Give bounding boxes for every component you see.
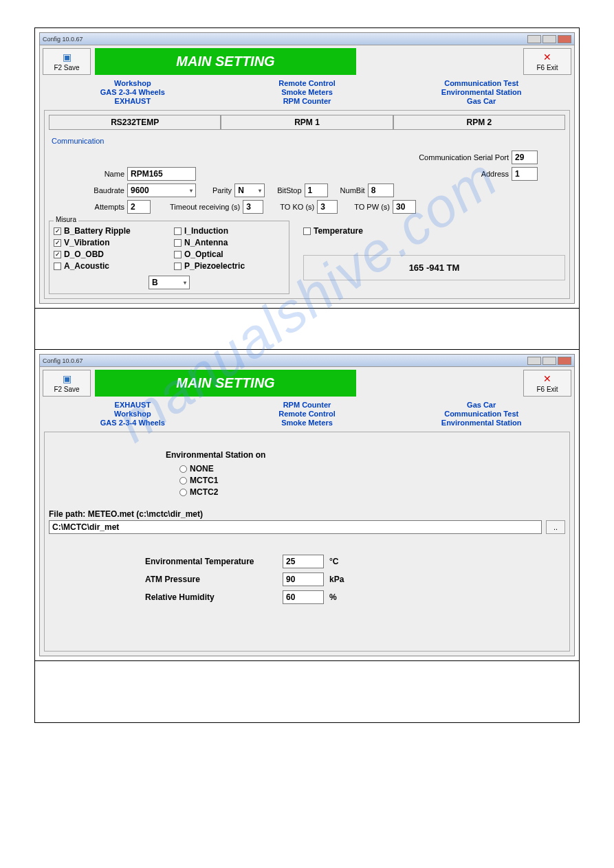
main-panel: RS232TEMP RPM 1 RPM 2 Communication Comm… [44, 110, 570, 299]
chk-acoustic[interactable] [54, 263, 61, 270]
env-temp-input[interactable] [283, 555, 324, 568]
name-label: Name [49, 170, 124, 178]
topw-input[interactable] [393, 200, 416, 214]
temp-box: 165 -941 TM [303, 255, 565, 280]
save-label: F2 Save [54, 386, 79, 393]
tab[interactable]: Communication Test [394, 410, 569, 419]
tab-strip: WorkshopRemote ControlCommunication Test… [40, 78, 574, 106]
maximize-button[interactable] [542, 357, 556, 365]
tab[interactable]: GAS 2-3-4 Wheels [45, 419, 220, 427]
tab[interactable]: Environmental Station [394, 88, 569, 97]
chk-battery[interactable] [54, 227, 61, 235]
subtab-rs232[interactable]: RS232TEMP [49, 115, 221, 130]
close-button[interactable] [558, 357, 571, 365]
minimize-button[interactable] [527, 357, 541, 365]
chk-piezo[interactable] [174, 263, 182, 270]
tab[interactable]: Workshop [45, 79, 220, 88]
misura-legend: Misura [54, 216, 78, 223]
radio-none[interactable] [179, 465, 187, 473]
misura-combo[interactable]: B [149, 276, 190, 289]
titlebar[interactable]: Config 10.0.67 [40, 355, 574, 367]
config-window-1: Config 10.0.67 ▣ F2 Save MAIN SETTING ✕ … [39, 32, 575, 304]
tab[interactable]: Smoke Meters [220, 88, 395, 97]
name-input[interactable] [127, 167, 196, 181]
attempts-input[interactable] [127, 200, 151, 214]
env-temp-label: Environmental Temperature [145, 557, 283, 566]
env-label: Environmental Station on [166, 450, 565, 460]
comm-port-input[interactable] [512, 151, 538, 164]
filepath-label: File path: METEO.met (c:\mctc\dir_met) [49, 509, 565, 519]
humidity-unit: % [329, 592, 337, 602]
browse-button[interactable]: .. [546, 520, 565, 534]
toko-label: TO KO (s) [280, 203, 314, 211]
tab[interactable]: GAS 2-3-4 Wheels [45, 88, 220, 97]
tab[interactable]: EXHAUST [45, 401, 220, 410]
atm-input[interactable] [283, 572, 324, 586]
address-input[interactable] [512, 167, 538, 181]
baud-label: Baudrate [49, 186, 124, 194]
humidity-input[interactable] [283, 590, 324, 604]
env-temp-unit: °C [329, 557, 338, 566]
minimize-button[interactable] [527, 35, 541, 43]
save-button[interactable]: ▣ F2 Save [43, 48, 91, 75]
save-icon: ▣ [63, 373, 72, 384]
tab-strip: EXHAUSTRPM CounterGas Car WorkshopRemote… [40, 399, 574, 427]
numbit-input[interactable] [368, 183, 394, 197]
save-icon: ▣ [63, 52, 72, 63]
tab[interactable]: EXHAUST [45, 97, 220, 106]
bitstop-input[interactable] [305, 183, 328, 197]
exit-label: F6 Exit [536, 64, 558, 71]
tab[interactable]: Environmental Station [394, 419, 569, 427]
atm-label: ATM Pressure [145, 575, 283, 584]
misura-group: Misura B_Battery Ripple V_Vibration D_O_… [49, 221, 289, 294]
chk-temperature[interactable] [303, 227, 311, 235]
chk-antenna[interactable] [174, 239, 182, 247]
parity-combo[interactable]: N [234, 183, 265, 197]
tab[interactable]: Communication Test [394, 79, 569, 88]
chk-induction[interactable] [174, 227, 182, 235]
titlebar[interactable]: Config 10.0.67 [40, 33, 574, 45]
close-button[interactable] [558, 35, 571, 43]
baud-combo[interactable]: 9600 [127, 183, 196, 197]
exit-button[interactable]: ✕ F6 Exit [523, 370, 571, 397]
document-table: Config 10.0.67 ▣ F2 Save MAIN SETTING ✕ … [34, 27, 580, 723]
group-label: Communication [52, 137, 565, 145]
chk-vibration[interactable] [54, 239, 61, 247]
address-label: Address [481, 170, 509, 178]
chk-optical[interactable] [174, 251, 182, 258]
humidity-label: Relative Humidity [145, 592, 283, 602]
maximize-button[interactable] [542, 35, 556, 43]
exit-button[interactable]: ✕ F6 Exit [523, 48, 571, 75]
tab[interactable]: Workshop [45, 410, 220, 419]
tab[interactable]: RPM Counter [220, 97, 395, 106]
filepath-input[interactable] [49, 520, 542, 534]
tab[interactable]: Remote Control [220, 79, 395, 88]
tab[interactable]: Gas Car [394, 401, 569, 410]
close-icon: ✕ [543, 52, 551, 63]
attempts-label: Attempts [49, 203, 124, 211]
save-button[interactable]: ▣ F2 Save [43, 370, 91, 397]
tab[interactable]: RPM Counter [220, 401, 395, 410]
close-icon: ✕ [543, 373, 551, 384]
timeout-label: Timeout receiving (s) [170, 203, 240, 211]
main-panel: Environmental Station on NONE MCTC1 MCTC… [44, 432, 570, 652]
subtab-rpm2[interactable]: RPM 2 [393, 115, 565, 130]
radio-mctc1[interactable] [179, 477, 187, 485]
timeout-input[interactable] [243, 200, 263, 214]
window-title: Config 10.0.67 [43, 36, 83, 43]
tab[interactable]: Smoke Meters [220, 419, 395, 427]
atm-unit: kPa [329, 575, 344, 584]
banner: MAIN SETTING [95, 370, 356, 397]
window-title: Config 10.0.67 [43, 357, 83, 364]
parity-label: Parity [212, 186, 232, 194]
topw-label: TO PW (s) [354, 203, 390, 211]
tab[interactable]: Gas Car [394, 97, 569, 106]
save-label: F2 Save [54, 64, 79, 71]
bitstop-label: BitStop [277, 186, 301, 194]
comm-port-label: Communication Serial Port [419, 153, 509, 162]
toko-input[interactable] [317, 200, 338, 214]
tab[interactable]: Remote Control [220, 410, 395, 419]
chk-obd[interactable] [54, 251, 61, 258]
radio-mctc2[interactable] [179, 489, 187, 496]
subtab-rpm1[interactable]: RPM 1 [221, 115, 393, 130]
